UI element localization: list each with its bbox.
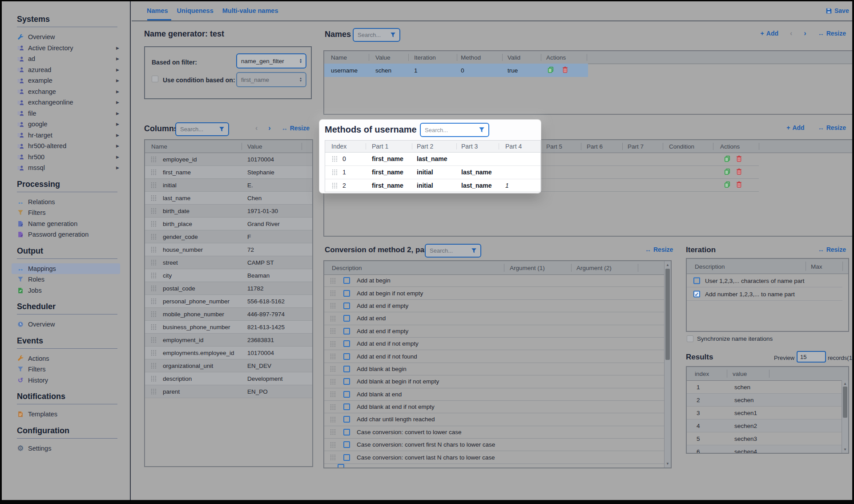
result-row[interactable]: 1 schen: [687, 381, 849, 394]
sidebar-item-jobs[interactable]: Jobs: [17, 285, 120, 296]
conversion-checkbox[interactable]: [343, 366, 350, 372]
drag-handle-icon[interactable]: [151, 324, 157, 330]
table-row[interactable]: employee_id 10170004: [145, 153, 312, 166]
drag-handle-icon[interactable]: [151, 169, 157, 175]
drag-handle-icon[interactable]: [151, 298, 157, 304]
table-row[interactable]: street CAMP ST: [145, 256, 312, 269]
conversion-checkbox[interactable]: [343, 416, 350, 423]
drag-handle-icon[interactable]: [330, 315, 336, 322]
iteration-row[interactable]: ✓ Add number 1,2,3,... to name part: [687, 287, 842, 301]
drag-handle-icon[interactable]: [151, 182, 157, 188]
sidebar-item-mappings[interactable]: ↔ Mappings: [12, 263, 120, 274]
resize-button[interactable]: ↔Resize: [645, 246, 673, 253]
table-row[interactable]: birth_date 1971-01-30: [145, 205, 312, 218]
table-row[interactable]: first_name Stephanie: [145, 166, 312, 179]
drag-handle-icon[interactable]: [332, 169, 338, 175]
conversion-row[interactable]: Add at begin: [324, 274, 665, 287]
drag-handle-icon[interactable]: [151, 311, 157, 317]
table-row[interactable]: house_number 72: [145, 243, 312, 256]
table-row[interactable]: business_phone_number 821-613-1425: [145, 321, 312, 334]
condition-select[interactable]: first_name ▴▾: [236, 72, 306, 87]
save-button[interactable]: Save: [825, 7, 849, 14]
table-row[interactable]: city Beaman: [145, 269, 312, 282]
resize-button[interactable]: ↔Resize: [282, 125, 310, 132]
prev-button[interactable]: ‹: [790, 29, 792, 37]
drag-handle-icon[interactable]: [151, 195, 157, 201]
table-row[interactable]: employments.employee_id 10170004: [145, 347, 312, 359]
sidebar-item-overview[interactable]: Overview: [17, 32, 120, 43]
conversion-checkbox[interactable]: [343, 277, 350, 284]
sidebar-item-history[interactable]: ↺ History: [17, 375, 120, 386]
sidebar-item-system[interactable]: example ▶: [17, 75, 120, 86]
drag-handle-icon[interactable]: [330, 290, 336, 296]
search-input[interactable]: Search...: [180, 126, 203, 133]
preview-input[interactable]: [797, 351, 826, 363]
drag-handle-icon[interactable]: [330, 278, 336, 284]
conversion-checkbox[interactable]: [343, 290, 350, 297]
sidebar-item-scheduler-overview[interactable]: Overview: [17, 319, 120, 330]
prev-button[interactable]: ‹: [255, 124, 258, 132]
conversion-checkbox[interactable]: [343, 403, 350, 410]
result-row[interactable]: 6 sechen4: [687, 445, 849, 454]
search-input[interactable]: Search...: [425, 127, 448, 133]
sidebar-item-name-generation[interactable]: Name generation: [17, 218, 120, 230]
sidebar-item-templates[interactable]: Templates: [17, 409, 120, 420]
conversion-row[interactable]: Add char until length reached: [324, 413, 665, 426]
chevron-right-icon[interactable]: ▶: [116, 78, 119, 83]
table-row[interactable]: description Development: [145, 372, 312, 385]
conversion-checkbox[interactable]: [343, 441, 350, 448]
drag-handle-icon[interactable]: [330, 454, 336, 460]
drag-handle-icon[interactable]: [330, 328, 336, 334]
drag-handle-icon[interactable]: [151, 272, 157, 278]
scroll-down-icon[interactable]: ▼: [842, 448, 848, 452]
sidebar-item-password-generation[interactable]: Password generation: [17, 229, 120, 240]
conversion-row[interactable]: Add at end: [324, 312, 665, 325]
sidebar-item-system[interactable]: google ▶: [17, 119, 120, 130]
chevron-right-icon[interactable]: ▶: [116, 144, 119, 148]
columns-search[interactable]: Search...: [175, 122, 229, 136]
sync-iterations[interactable]: Synchronize name iterations: [687, 335, 773, 342]
drag-handle-icon[interactable]: [151, 350, 157, 356]
scroll-down-icon[interactable]: ▼: [665, 462, 671, 466]
sidebar-item-event-filters[interactable]: Filters: [17, 364, 120, 375]
result-row[interactable]: 2 sechen: [687, 394, 849, 407]
trash-icon[interactable]: [736, 155, 742, 163]
sidebar-item-relations[interactable]: ↔ Relations: [17, 197, 120, 208]
copy-icon[interactable]: [724, 168, 730, 176]
conversion-row[interactable]: Add blank at begin: [324, 363, 665, 375]
table-row[interactable]: initial E.: [145, 179, 312, 192]
iteration-checkbox-checked[interactable]: ✓: [693, 290, 700, 297]
conversion-search[interactable]: Search...: [425, 244, 481, 258]
drag-handle-icon[interactable]: [151, 337, 157, 343]
methods-search[interactable]: Search...: [420, 123, 489, 137]
conversion-checkbox[interactable]: [343, 378, 350, 385]
drag-handle-icon[interactable]: [151, 208, 157, 214]
chevron-right-icon[interactable]: ▶: [116, 89, 119, 94]
conversion-row[interactable]: Case conversion: convert last N chars to…: [324, 451, 665, 464]
method-row[interactable]: 1 first_name initial last_name: [325, 165, 540, 179]
trash-icon[interactable]: [562, 66, 568, 74]
chevron-right-icon[interactable]: ▶: [116, 56, 119, 61]
sidebar-item-roles[interactable]: Roles: [17, 274, 120, 285]
method-row[interactable]: 0 first_name last_name: [325, 152, 540, 166]
search-input[interactable]: Search...: [358, 32, 381, 38]
drag-handle-icon[interactable]: [151, 246, 157, 253]
chevron-right-icon[interactable]: ▶: [116, 122, 119, 126]
drag-handle-icon[interactable]: [330, 379, 336, 385]
names-table-row[interactable]: username schen 1 0 true: [324, 64, 588, 77]
chevron-right-icon[interactable]: ▶: [116, 46, 119, 50]
scrollbar[interactable]: ▲ ▼: [842, 380, 848, 453]
conversion-checkbox[interactable]: [343, 328, 350, 335]
conversion-checkbox[interactable]: [343, 391, 350, 398]
drag-handle-icon[interactable]: [330, 391, 336, 397]
resize-button[interactable]: ↔Resize: [818, 124, 846, 131]
conversion-checkbox-clipped[interactable]: [338, 464, 344, 468]
sidebar-item-system[interactable]: Active Directory ▶: [17, 43, 120, 54]
drag-handle-icon[interactable]: [330, 366, 336, 372]
sidebar-item-system[interactable]: azuread ▶: [17, 65, 120, 76]
scrollbar[interactable]: ▲ ▼: [664, 261, 671, 468]
table-row[interactable]: employment_id 23683831: [145, 334, 312, 347]
add-button[interactable]: +Add: [761, 30, 778, 37]
use-condition-checkbox[interactable]: [152, 76, 158, 82]
method-row[interactable]: 2 first_name initial last_name 1: [325, 179, 540, 192]
